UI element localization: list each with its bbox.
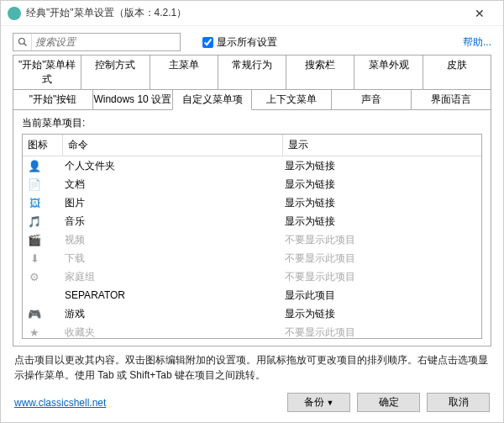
item-display: 显示为链接	[283, 307, 481, 321]
item-display: 不要显示此项目	[283, 251, 481, 266]
backup-label: 备份	[304, 396, 324, 408]
item-icon	[26, 288, 63, 302]
chevron-down-icon: ▼	[327, 399, 334, 407]
titlebar: 经典"开始"菜单设置（版本：4.2.1） ✕	[1, 1, 503, 26]
app-icon	[8, 7, 21, 20]
ok-button[interactable]: 确定	[357, 393, 420, 412]
tab-row-1: "开始"菜单样式控制方式主菜单常规行为搜索栏菜单外观皮肤	[13, 55, 491, 89]
search-box[interactable]	[13, 33, 181, 51]
col-command[interactable]: 命令	[63, 135, 283, 156]
svg-point-0	[18, 39, 24, 45]
window-title: 经典"开始"菜单设置（版本：4.2.1）	[26, 6, 463, 20]
item-display: 显示为链接	[283, 159, 481, 173]
tab-1[interactable]: 控制方式	[81, 55, 150, 89]
item-command: 图片	[63, 196, 283, 210]
tab2-1[interactable]: Windows 10 设置	[92, 89, 173, 110]
item-command: 游戏	[63, 307, 283, 321]
item-icon: 📄	[26, 177, 63, 191]
item-icon: 🖼	[26, 196, 63, 209]
col-display[interactable]: 显示	[283, 135, 481, 156]
tab-3[interactable]: 常规行为	[218, 55, 286, 89]
item-command: 家庭组	[63, 270, 283, 284]
search-input[interactable]	[32, 34, 180, 50]
item-command: 收藏夹	[63, 325, 283, 339]
show-all-checkbox[interactable]: 显示所有设置	[202, 35, 277, 50]
item-display: 显示为链接	[283, 196, 481, 210]
item-icon: ⚙	[26, 270, 63, 283]
item-display: 不要显示此项目	[283, 325, 481, 339]
item-icon: 🎮	[26, 307, 63, 320]
list-item[interactable]: ★收藏夹不要显示此项目	[23, 323, 481, 338]
tab-0[interactable]: "开始"菜单样式	[13, 55, 81, 89]
item-display: 显示为链接	[283, 214, 481, 229]
item-icon: 🎵	[26, 214, 63, 228]
hint-text: 点击项目以更改其内容。双击图标编辑附加的设置项。用鼠标拖放可更改项目的排列顺序。…	[1, 347, 503, 384]
item-icon: ★	[26, 325, 63, 338]
footer-link[interactable]: www.classicshell.net	[14, 397, 106, 409]
item-icon: 🎬	[26, 233, 63, 246]
help-link[interactable]: 帮助...	[463, 35, 491, 50]
list-item[interactable]: 👤个人文件夹显示为链接	[23, 156, 481, 175]
list-item[interactable]: ⬇下载不要显示此项目	[23, 249, 481, 267]
tab-panel: 当前菜单项目: 图标 命令 显示 👤个人文件夹显示为链接📄文档显示为链接🖼图片显…	[13, 109, 491, 346]
tab2-3[interactable]: 上下文菜单	[251, 89, 332, 110]
tab2-5[interactable]: 界面语言	[411, 89, 491, 110]
item-command: 音乐	[63, 214, 283, 229]
item-command: 文档	[63, 177, 283, 192]
tab-6[interactable]: 皮肤	[423, 55, 491, 89]
cancel-button[interactable]: 取消	[427, 393, 490, 412]
backup-button[interactable]: 备份▼	[287, 393, 350, 412]
tab-5[interactable]: 菜单外观	[354, 55, 423, 89]
item-command: 个人文件夹	[63, 159, 283, 173]
item-display: 不要显示此项目	[283, 270, 481, 284]
tab2-0[interactable]: "开始"按钮	[13, 89, 93, 110]
tab2-4[interactable]: 声音	[331, 89, 412, 110]
section-label: 当前菜单项目:	[22, 116, 482, 130]
list-item[interactable]: SEPARATOR显示此项目	[23, 286, 481, 304]
list-header: 图标 命令 显示	[23, 135, 481, 156]
list-body[interactable]: 👤个人文件夹显示为链接📄文档显示为链接🖼图片显示为链接🎵音乐显示为链接🎬视频不要…	[23, 156, 481, 338]
item-display: 显示为链接	[283, 177, 481, 192]
svg-line-1	[24, 44, 26, 46]
item-display: 不要显示此项目	[283, 233, 481, 247]
item-command: 下载	[63, 251, 283, 266]
item-command: SEPARATOR	[63, 289, 283, 301]
search-row: 显示所有设置 帮助...	[1, 26, 503, 55]
list-item[interactable]: 🎵音乐显示为链接	[23, 212, 481, 230]
col-icon[interactable]: 图标	[23, 135, 63, 156]
list-item[interactable]: 🎬视频不要显示此项目	[23, 230, 481, 249]
button-row: www.classicshell.net 备份▼ 确定 取消	[1, 384, 503, 422]
tab2-2[interactable]: 自定义菜单项	[172, 89, 253, 110]
menu-items-list: 图标 命令 显示 👤个人文件夹显示为链接📄文档显示为链接🖼图片显示为链接🎵音乐显…	[22, 134, 482, 339]
tabs: "开始"菜单样式控制方式主菜单常规行为搜索栏菜单外观皮肤 "开始"按钮Windo…	[1, 55, 503, 110]
list-item[interactable]: ⚙家庭组不要显示此项目	[23, 267, 481, 286]
tab-row-2: "开始"按钮Windows 10 设置自定义菜单项上下文菜单声音界面语言	[13, 89, 491, 110]
list-item[interactable]: 🖼图片显示为链接	[23, 193, 481, 212]
list-item[interactable]: 🎮游戏显示为链接	[23, 304, 481, 323]
show-all-label: 显示所有设置	[217, 35, 277, 50]
tab-4[interactable]: 搜索栏	[286, 55, 354, 89]
item-display: 显示此项目	[283, 288, 481, 303]
close-button[interactable]: ✕	[463, 2, 496, 25]
item-command: 视频	[63, 233, 283, 247]
tab-2[interactable]: 主菜单	[150, 55, 218, 89]
close-icon: ✕	[475, 7, 485, 20]
item-icon: ⬇	[26, 251, 63, 265]
show-all-input[interactable]	[202, 37, 213, 48]
item-icon: 👤	[26, 159, 63, 172]
settings-window: 经典"开始"菜单设置（版本：4.2.1） ✕ 显示所有设置 帮助... "开始"…	[0, 0, 504, 423]
search-icon	[13, 34, 32, 50]
list-item[interactable]: 📄文档显示为链接	[23, 175, 481, 193]
